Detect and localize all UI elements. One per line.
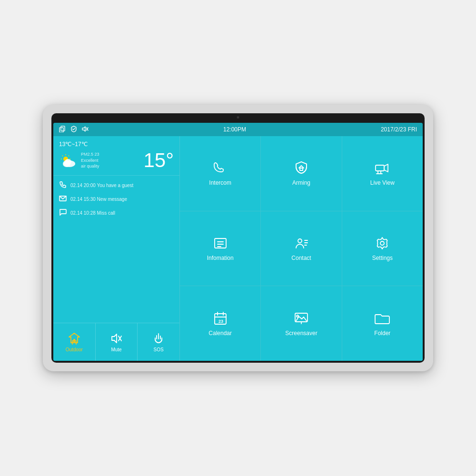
outdoor-icon (68, 332, 81, 345)
arming-label: Arming (292, 179, 310, 186)
status-icons (59, 126, 89, 133)
device-shell: 12:00PM 2017/2/23 FRI 13℃~17℃ (43, 105, 433, 371)
air-quality-sub: air quality (81, 163, 139, 169)
screensaver-cell[interactable]: Screensaver (261, 286, 341, 361)
folder-icon (375, 311, 390, 326)
message-notif-icon (59, 208, 67, 218)
contact-label: Contact (291, 255, 311, 261)
notif-item-1: 02.14 15:30 New message (53, 192, 179, 206)
svg-line-12 (69, 156, 69, 156)
settings-label: Settings (372, 255, 393, 261)
cloud-sun-icon (59, 153, 77, 168)
svg-point-15 (65, 159, 71, 165)
svg-marker-17 (112, 334, 117, 343)
notif-text-1: 02.14 15:30 New message (70, 197, 127, 202)
mute-icon (110, 332, 123, 345)
pm-value: PM2.5 23 (81, 151, 139, 158)
current-temp: 15° (143, 150, 174, 170)
notif-item-2: 02.14 10:28 Miss call (53, 206, 179, 220)
calendar-label: Calendar (208, 330, 232, 337)
outdoor-label: Outdoor (66, 347, 83, 352)
camera-dot (237, 116, 239, 119)
svg-point-34 (380, 241, 384, 245)
screen: 12:00PM 2017/2/23 FRI 13℃~17℃ (53, 123, 423, 361)
svg-rect-21 (376, 165, 384, 171)
settings-icon (375, 236, 390, 251)
status-date: 2017/2/23 FRI (381, 126, 417, 133)
mute-label: Mute (111, 347, 121, 352)
main-content: 13℃~17℃ (53, 136, 423, 361)
calendar-icon: 23 (213, 311, 228, 326)
shield-icon (70, 126, 77, 133)
status-bar: 12:00PM 2017/2/23 FRI (53, 123, 423, 136)
contact-icon (294, 236, 309, 251)
status-time: 12:00PM (223, 126, 246, 133)
weather-widget: 13℃~17℃ (53, 136, 179, 176)
screensaver-label: Screensaver (285, 330, 317, 337)
mute-button[interactable]: Mute (96, 323, 138, 361)
svg-rect-0 (61, 126, 65, 131)
weather-icon-area (59, 153, 77, 168)
svg-point-41 (297, 315, 298, 317)
device-bezel: 12:00PM 2017/2/23 FRI 13℃~17℃ (51, 113, 425, 363)
contact-cell[interactable]: Contact (261, 211, 341, 286)
copy-icon (59, 126, 66, 133)
folder-cell[interactable]: Folder (342, 286, 423, 361)
live-view-cell[interactable]: Live View (342, 136, 423, 211)
action-bar: Outdoor Mute (53, 323, 179, 361)
arming-cell[interactable]: Arming (261, 136, 341, 211)
svg-line-10 (62, 156, 63, 156)
svg-rect-20 (300, 168, 303, 170)
notif-text-2: 02.14 10:28 Miss call (70, 210, 115, 216)
svg-marker-22 (384, 164, 388, 172)
information-cell[interactable]: Infomation (180, 211, 260, 286)
settings-cell[interactable]: Settings (342, 211, 423, 286)
notif-item-0: 02.14 20:00 You have a guest (53, 178, 179, 192)
outdoor-button[interactable]: Outdoor (53, 323, 96, 361)
air-quality: Excellent (81, 158, 139, 164)
sos-icon (152, 332, 165, 345)
notif-text-0: 02.14 20:00 You have a guest (70, 183, 133, 188)
weather-main: PM2.5 23 Excellent air quality 15° (59, 150, 174, 170)
information-label: Infomation (207, 255, 234, 261)
svg-marker-2 (82, 127, 85, 131)
folder-label: Folder (374, 330, 390, 337)
sos-label: SOS (154, 347, 164, 352)
left-panel: 13℃~17℃ (53, 136, 179, 361)
notifications: 02.14 20:00 You have a guest 02.14 15:30… (53, 176, 179, 323)
volume-icon (82, 126, 89, 133)
arming-icon (294, 160, 309, 176)
live-view-icon (375, 160, 390, 176)
information-icon (213, 236, 228, 251)
intercom-cell[interactable]: Intercom (180, 136, 260, 211)
svg-text:23: 23 (218, 319, 223, 324)
calendar-cell[interactable]: 23 Calendar (180, 286, 260, 361)
screensaver-icon (294, 311, 309, 326)
intercom-label: Intercom (209, 179, 231, 186)
svg-rect-1 (60, 128, 63, 132)
phone-notif-icon (59, 181, 67, 190)
svg-rect-40 (295, 313, 307, 322)
live-view-label: Live View (370, 179, 395, 186)
mail-notif-icon (59, 195, 67, 204)
sos-button[interactable]: SOS (138, 323, 179, 361)
svg-point-30 (298, 239, 302, 243)
weather-info: PM2.5 23 Excellent air quality (81, 151, 139, 169)
right-grid: Intercom Arming (180, 136, 423, 361)
weather-temp-range: 13℃~17℃ (59, 141, 174, 148)
intercom-icon (213, 160, 228, 176)
